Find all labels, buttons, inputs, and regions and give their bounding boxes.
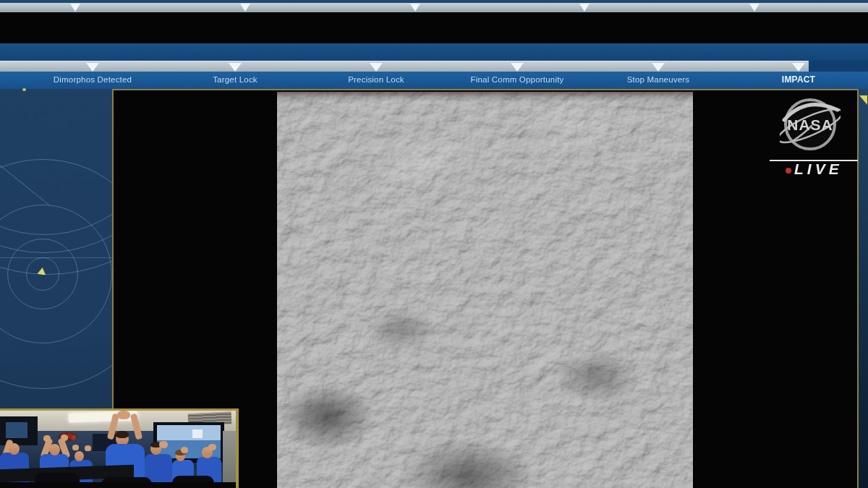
- milestone-marker-icon: [652, 63, 665, 72]
- timeline-milestone-label: Stop Maneuvers: [627, 72, 690, 89]
- nasa-logo-icon: NASA: [780, 94, 841, 155]
- timeline-progress-bar: [0, 61, 809, 72]
- side-wall: [223, 431, 236, 488]
- timeline-bar-track: [0, 61, 868, 72]
- asteroid-surface-texture: [277, 92, 693, 488]
- nasa-logo-text: NASA: [787, 116, 833, 133]
- timeline-milestone-label: Dimorphos Detected: [54, 72, 132, 89]
- milestone-marker-icon: [70, 4, 80, 12]
- broadcast-frame: Dimorphos DetectedTarget LockPrecision L…: [0, 0, 868, 488]
- milestone-marker-icon: [86, 63, 99, 72]
- milestone-marker-icon: [410, 4, 420, 12]
- milestone-marker-icon: [511, 63, 524, 72]
- crosshair-line: [0, 257, 112, 258]
- calibration-dot: [22, 88, 26, 91]
- radar-ring: [0, 159, 112, 389]
- milestone-marker-icon: [240, 4, 250, 12]
- live-label: LIVE: [794, 160, 843, 178]
- top-timeline-strip: [0, 0, 868, 12]
- milestone-marker-icon: [229, 63, 242, 72]
- milestone-marker-icon: [579, 4, 590, 12]
- background-right-strip: [859, 89, 868, 488]
- wall-screen-left: [0, 416, 38, 445]
- live-dot-icon: [786, 168, 791, 174]
- timeline-milestone-label: IMPACT: [782, 72, 815, 89]
- broadcast-black-band: [0, 12, 868, 43]
- mission-control-inset: [0, 408, 239, 488]
- timeline-milestone-label: Target Lock: [213, 72, 258, 89]
- asteroid-camera-feed: [277, 92, 693, 488]
- floor-shadow: [0, 482, 236, 488]
- mission-control-scene: [0, 411, 236, 488]
- milestone-marker-icon: [792, 63, 805, 72]
- milestone-marker-icon: [749, 4, 760, 12]
- timeline-milestone-label: Final Comm Opportunity: [470, 72, 563, 89]
- timeline-upper-band: [0, 43, 868, 61]
- timeline-labels-row: Dimorphos DetectedTarget LockPrecision L…: [0, 72, 868, 89]
- milestone-marker-icon: [370, 63, 383, 72]
- timeline-milestone-label: Precision Lock: [348, 72, 404, 89]
- mission-timeline: Dimorphos DetectedTarget LockPrecision L…: [0, 43, 868, 91]
- top-progress-bar: [0, 3, 868, 12]
